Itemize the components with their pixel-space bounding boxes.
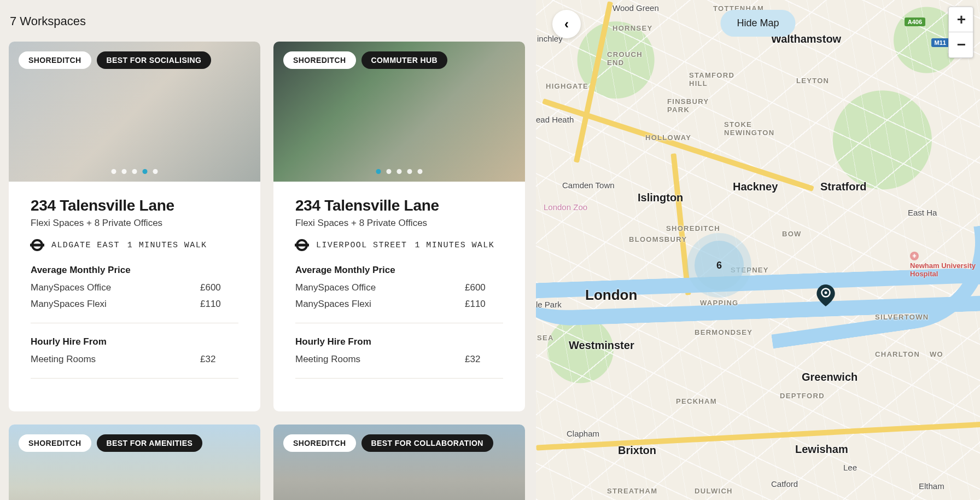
map-place-label: BOW <box>782 230 802 238</box>
feature-tag: BEST FOR SOCIALISING <box>97 51 212 69</box>
carousel-dot[interactable] <box>143 169 148 174</box>
map-place-label: DULWICH <box>695 487 733 495</box>
map-place-label: East Ha <box>908 208 937 217</box>
price-row: ManySpaces Flexi £110 <box>31 299 238 310</box>
price-name: ManySpaces Flexi <box>295 299 371 310</box>
hourly-label: Hourly Hire From <box>31 336 238 347</box>
map-place-label: Lewisham <box>795 443 848 456</box>
map-panel[interactable]: Wood Green TOTTENHAM HORNSEY CROUCH END … <box>536 0 980 500</box>
price-row: Meeting Rooms £32 <box>295 354 503 365</box>
workspace-subtitle: Flexi Spaces + 8 Private Offices <box>31 218 238 229</box>
price-amount: £32 <box>200 354 238 365</box>
map-place-label: HORNSEY <box>612 24 652 32</box>
carousel-dot[interactable] <box>112 169 116 174</box>
map-place-label: Islington <box>638 191 683 204</box>
workspace-card[interactable]: SHOREDITCH BEST FOR AMENITIES <box>9 425 260 500</box>
divider <box>31 378 238 379</box>
carousel-dot[interactable] <box>407 169 412 174</box>
chevron-left-icon: ‹ <box>564 16 569 32</box>
map-place-label: Wood Green <box>612 3 659 13</box>
hide-map-button[interactable]: Hide Map <box>720 10 795 37</box>
avg-price-label: Average Monthly Price <box>295 265 503 276</box>
map-place-label: WAPPING <box>700 299 739 307</box>
workspace-card[interactable]: SHOREDITCH COMMUTER HUB 234 Talensville … <box>273 42 525 411</box>
price-name: Meeting Rooms <box>31 354 96 365</box>
map-place-label: London <box>585 287 637 304</box>
map-marker-icon[interactable] <box>815 284 837 306</box>
price-row: Meeting Rooms £32 <box>31 354 238 365</box>
map-place-label: LEYTON <box>796 77 829 85</box>
map-place-label: SILVERTOWN <box>875 313 929 321</box>
map-place-label: Eltham <box>919 481 944 491</box>
feature-tag: BEST FOR COLLABORATION <box>361 434 493 452</box>
map-place-label: ead Heath <box>536 115 574 124</box>
map-place-label: WO <box>930 350 943 358</box>
hospital-icon: + <box>910 252 919 260</box>
price-amount: £110 <box>200 299 238 310</box>
carousel-dot[interactable] <box>153 169 158 174</box>
walk-time: 1 MINUTES WALK <box>415 241 494 250</box>
carousel-dot[interactable] <box>122 169 127 174</box>
workspace-card[interactable]: SHOREDITCH BEST FOR SOCIALISING 234 Tale… <box>9 42 260 411</box>
map-cluster[interactable]: 6 <box>695 241 744 290</box>
feature-tag: BEST FOR AMENITIES <box>97 434 203 452</box>
underground-icon <box>295 239 308 252</box>
price-name: Meeting Rooms <box>295 354 360 365</box>
price-amount: £110 <box>465 299 503 310</box>
map-place-label: Clapham <box>567 429 599 438</box>
carousel-dots <box>112 169 158 174</box>
collapse-map-button[interactable]: ‹ <box>552 10 581 38</box>
location-tag: SHOREDITCH <box>283 51 356 69</box>
hospital-label: + Newham University Hospital <box>910 252 976 278</box>
map-place-label: Stratford <box>820 181 866 193</box>
carousel-dot[interactable] <box>418 169 423 174</box>
price-name: ManySpaces Office <box>295 282 376 293</box>
svg-point-1 <box>825 292 827 294</box>
map-place-label: STOKE NEWINGTON <box>724 120 774 137</box>
station-name: LIVERPOOL STREET <box>316 241 407 250</box>
map-place-label: BLOOMSBURY <box>629 235 687 243</box>
map-place-label: BERMONDSEY <box>695 328 752 336</box>
hourly-label: Hourly Hire From <box>295 336 503 347</box>
workspace-title: 234 Talensville Lane <box>295 197 503 214</box>
results-panel[interactable]: 7 Workspaces SHOREDITCH BEST FOR SOCIALI… <box>0 0 536 500</box>
map-place-label: PECKHAM <box>676 397 717 405</box>
workspace-cards-grid: SHOREDITCH BEST FOR SOCIALISING 234 Tale… <box>9 42 525 500</box>
carousel-dots <box>376 169 423 174</box>
zoom-controls: + − <box>948 7 973 58</box>
map-place-label: SEA <box>537 334 554 342</box>
map-place-label: Hackney <box>733 181 778 193</box>
price-row: ManySpaces Office £600 <box>295 282 503 293</box>
map-place-label: Camden Town <box>562 181 615 190</box>
workspace-card[interactable]: SHOREDITCH BEST FOR COLLABORATION <box>273 425 525 500</box>
zoom-in-button[interactable]: + <box>949 7 974 32</box>
avg-price-label: Average Monthly Price <box>31 265 238 276</box>
map-place-label: London Zoo <box>544 202 587 212</box>
underground-icon <box>31 239 44 252</box>
map-place-label: CROUCH END <box>607 50 643 67</box>
zoom-out-button[interactable]: − <box>949 32 974 57</box>
price-row: ManySpaces Flexi £110 <box>295 299 503 310</box>
carousel-dot[interactable] <box>397 169 402 174</box>
feature-tag: COMMUTER HUB <box>361 51 447 69</box>
map-place-label: Greenwich <box>802 371 858 383</box>
workspace-subtitle: Flexi Spaces + 8 Private Offices <box>295 218 503 229</box>
station-name: ALDGATE EAST <box>51 241 120 250</box>
map-place-label: HIGHGATE <box>546 82 588 90</box>
results-count-title: 7 Workspaces <box>10 14 525 28</box>
map-place-label: Lee <box>843 463 857 472</box>
map-place-label: STAMFORD HILL <box>689 71 734 88</box>
carousel-dot[interactable] <box>387 169 392 174</box>
carousel-dot[interactable] <box>132 169 137 174</box>
carousel-dot[interactable] <box>376 169 381 174</box>
location-tag: SHOREDITCH <box>19 51 91 69</box>
road-badge: M11 <box>931 38 949 47</box>
divider <box>31 323 238 323</box>
price-row: ManySpaces Office £600 <box>31 282 238 293</box>
map-place-label: le Park <box>536 300 562 309</box>
map-place-label: STREATHAM <box>607 487 657 495</box>
divider <box>295 378 503 379</box>
price-name: ManySpaces Flexi <box>31 299 107 310</box>
map-place-label: SHOREDITCH <box>666 224 720 232</box>
map-place-label: Brixton <box>618 444 656 457</box>
